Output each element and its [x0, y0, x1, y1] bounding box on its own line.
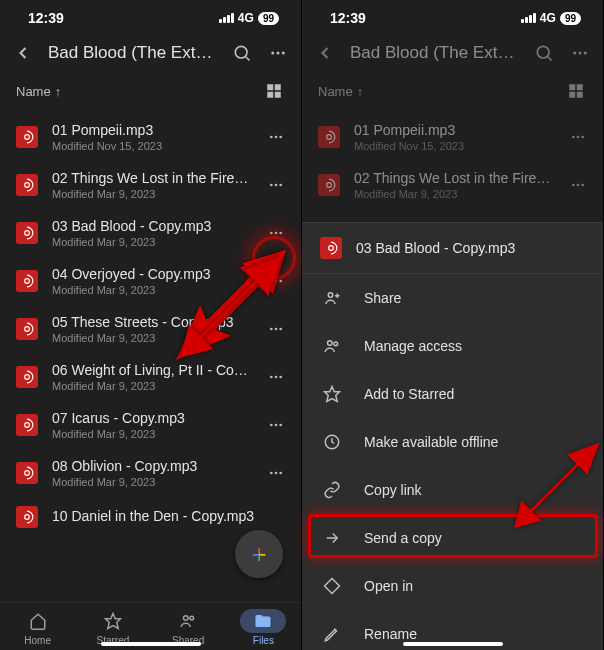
file-row[interactable]: 06 Weight of Living, Pt II - Copy.mp3Mod…	[0, 354, 301, 402]
svg-point-21	[25, 279, 30, 284]
file-more-button[interactable]	[263, 321, 289, 337]
sheet-copy-link[interactable]: Copy link	[302, 466, 603, 514]
svg-point-32	[279, 376, 282, 379]
sheet-offline[interactable]: Make available offline	[302, 418, 603, 466]
nav-home[interactable]: Home	[15, 609, 61, 646]
svg-point-2	[271, 52, 274, 55]
network-label: 4G	[238, 11, 254, 25]
svg-rect-55	[577, 84, 583, 90]
file-row[interactable]: 01 Pompeii.mp3Modified Nov 15, 2023	[0, 114, 301, 162]
file-list: 01 Pompeii.mp3Modified Nov 15, 2023 02 T…	[0, 114, 301, 602]
svg-point-3	[277, 52, 280, 55]
sheet-share[interactable]: Share	[302, 274, 603, 322]
file-row[interactable]: 05 These Streets - Copy.mp3Modified Mar …	[0, 306, 301, 354]
svg-point-11	[275, 136, 278, 139]
svg-point-4	[282, 52, 285, 55]
nav-starred[interactable]: Starred	[90, 609, 136, 646]
audio-icon	[318, 126, 340, 148]
svg-point-9	[25, 135, 30, 140]
nav-shared[interactable]: Shared	[165, 609, 211, 646]
svg-point-70	[328, 341, 333, 346]
search-button[interactable]	[533, 42, 555, 64]
people-icon	[322, 336, 342, 356]
fab-add-button[interactable]: +	[235, 530, 283, 578]
sort-label: Name	[16, 84, 51, 99]
back-button[interactable]	[314, 42, 336, 64]
file-row[interactable]: 08 Oblivion - Copy.mp3Modified Mar 9, 20…	[0, 450, 301, 498]
audio-icon	[16, 318, 38, 340]
file-more-button[interactable]	[565, 177, 591, 193]
svg-point-43	[184, 616, 189, 621]
svg-point-39	[275, 472, 278, 475]
file-name: 04 Overjoyed - Copy.mp3	[52, 266, 249, 282]
search-button[interactable]	[231, 42, 253, 64]
file-more-button[interactable]	[263, 129, 289, 145]
file-row[interactable]: 03 Bad Blood - Copy.mp3Modified Mar 9, 2…	[0, 210, 301, 258]
signal-icon	[521, 13, 536, 23]
svg-point-19	[275, 232, 278, 235]
sheet-send-copy[interactable]: Send a copy	[302, 514, 603, 562]
file-name: 03 Bad Blood - Copy.mp3	[52, 218, 249, 234]
file-row[interactable]: 01 Pompeii.mp3Modified Nov 15, 2023	[302, 114, 603, 162]
svg-point-33	[25, 423, 30, 428]
overflow-button[interactable]	[267, 42, 289, 64]
svg-point-18	[270, 232, 273, 235]
file-row[interactable]: 02 Things We Lost in the Fire - Copy...M…	[302, 162, 603, 210]
screen-file-list: 12:39 4G 99 Bad Blood (The Extended... N…	[0, 0, 302, 650]
file-row[interactable]: 04 Overjoyed - Copy.mp3Modified Mar 9, 2…	[0, 258, 301, 306]
file-meta: Modified Mar 9, 2023	[52, 428, 249, 440]
svg-point-12	[279, 136, 282, 139]
star-icon	[322, 384, 342, 404]
file-name: 06 Weight of Living, Pt II - Copy.mp3	[52, 362, 249, 378]
svg-point-13	[25, 183, 30, 188]
nav-files[interactable]: Files	[240, 609, 286, 646]
file-more-button[interactable]	[263, 417, 289, 433]
file-more-button[interactable]	[263, 465, 289, 481]
file-name: 01 Pompeii.mp3	[52, 122, 249, 138]
sheet-manage-access[interactable]: Manage access	[302, 322, 603, 370]
file-row[interactable]: 07 Icarus - Copy.mp3Modified Mar 9, 2023	[0, 402, 301, 450]
svg-line-50	[548, 57, 552, 61]
audio-icon	[16, 174, 38, 196]
person-add-icon	[322, 288, 342, 308]
svg-point-15	[275, 184, 278, 187]
file-more-button[interactable]	[565, 129, 591, 145]
file-more-button[interactable]	[263, 225, 289, 241]
svg-point-35	[275, 424, 278, 427]
home-indicator[interactable]	[403, 642, 503, 646]
file-more-button[interactable]	[263, 369, 289, 385]
sheet-open-in[interactable]: Open in	[302, 562, 603, 610]
app-bar: Bad Blood (The Extended...	[302, 30, 603, 78]
file-meta: Modified Mar 9, 2023	[52, 332, 249, 344]
back-button[interactable]	[12, 42, 34, 64]
sheet-add-starred[interactable]: Add to Starred	[302, 370, 603, 418]
svg-marker-42	[105, 614, 120, 629]
file-more-button[interactable]	[263, 273, 289, 289]
view-toggle-button[interactable]	[565, 80, 587, 102]
svg-point-60	[577, 136, 580, 139]
file-name: 10 Daniel in the Den - Copy.mp3	[52, 508, 289, 524]
home-indicator[interactable]	[101, 642, 201, 646]
svg-point-26	[270, 328, 273, 331]
audio-icon	[16, 126, 38, 148]
audio-icon	[16, 506, 38, 528]
network-label: 4G	[540, 11, 556, 25]
file-meta: Modified Mar 9, 2023	[52, 476, 249, 488]
overflow-button[interactable]	[569, 42, 591, 64]
svg-point-31	[275, 376, 278, 379]
svg-point-62	[327, 183, 332, 188]
file-name: 07 Icarus - Copy.mp3	[52, 410, 249, 426]
sort-bar[interactable]: Name ↑	[0, 78, 301, 114]
svg-point-27	[275, 328, 278, 331]
file-more-button[interactable]	[263, 177, 289, 193]
svg-point-25	[25, 327, 30, 332]
audio-icon	[320, 237, 342, 259]
sort-bar[interactable]: Name↑	[302, 78, 603, 114]
file-meta: Modified Nov 15, 2023	[52, 140, 249, 152]
svg-rect-6	[275, 84, 281, 90]
svg-point-38	[270, 472, 273, 475]
view-toggle-button[interactable]	[263, 80, 285, 102]
action-sheet: 03 Bad Blood - Copy.mp3 Share Manage acc…	[302, 222, 603, 650]
file-row[interactable]: 02 Things We Lost in the Fire - Copy...M…	[0, 162, 301, 210]
svg-point-41	[25, 515, 30, 520]
